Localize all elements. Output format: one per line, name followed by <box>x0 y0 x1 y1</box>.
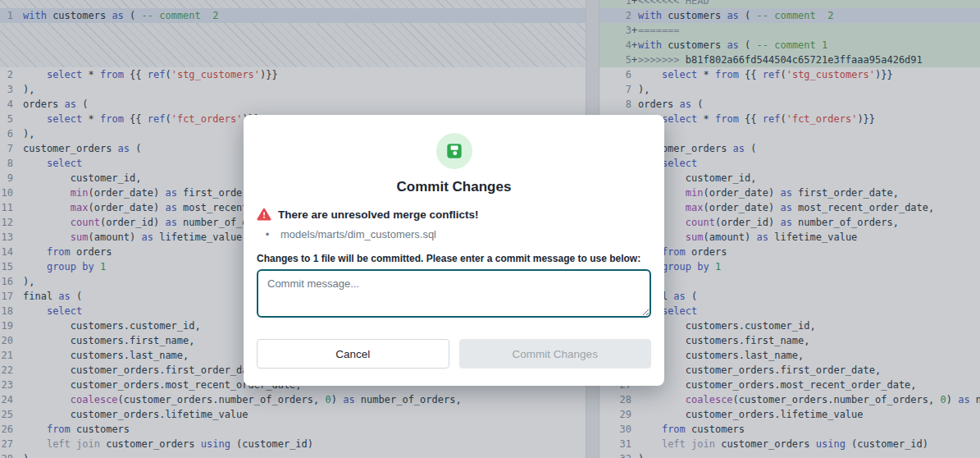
commit-changes-modal: Commit Changes There are unresolved merg… <box>244 115 664 386</box>
conflict-file-path: models/marts/dim_customers.sql <box>280 228 436 240</box>
commit-message-input[interactable] <box>257 269 651 318</box>
bullet-marker: • <box>260 228 275 240</box>
warning-text: There are unresolved merge conflicts! <box>278 208 479 221</box>
conflict-file-item: • models/marts/dim_customers.sql <box>257 228 651 240</box>
modal-actions: Cancel Commit Changes <box>257 339 651 369</box>
warning-triangle-icon <box>257 208 271 221</box>
commit-instruction: Changes to 1 file will be committed. Ple… <box>257 253 651 264</box>
modal-title: Commit Changes <box>257 179 651 195</box>
commit-changes-button[interactable]: Commit Changes <box>459 339 652 369</box>
merge-conflict-warning: There are unresolved merge conflicts! <box>257 208 651 221</box>
cancel-button[interactable]: Cancel <box>257 339 449 369</box>
ide-screen: 1with customers as ( -- comment 22 selec… <box>0 0 980 458</box>
save-icon <box>436 133 472 169</box>
